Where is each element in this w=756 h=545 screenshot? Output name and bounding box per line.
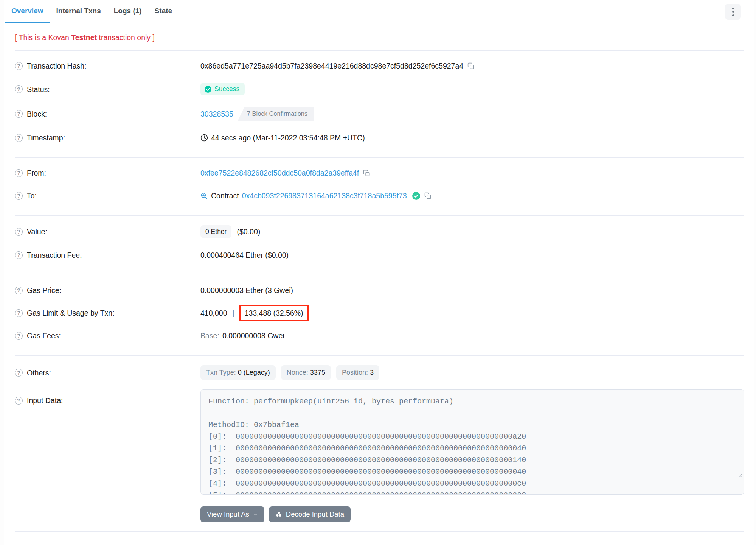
input-data-textarea[interactable]: Function: performUpkeep(uint256 id, byte… <box>200 389 744 495</box>
help-icon[interactable]: ? <box>15 110 23 118</box>
gas-usage-value: 133,488 (32.56%) <box>245 309 303 317</box>
usd-value: ($0.00) <box>237 226 260 237</box>
txn-type-badge: Txn Type: 0 (Legacy) <box>200 365 276 380</box>
verified-check-icon <box>412 192 420 200</box>
from-label: From: <box>27 167 46 179</box>
from-address-link[interactable]: 0xfee7522e8482682cf50ddc50a0f8da2a39effa… <box>200 167 359 179</box>
help-icon[interactable]: ? <box>15 309 23 317</box>
help-icon[interactable]: ? <box>15 192 23 200</box>
timestamp-label: Timestamp: <box>27 132 65 143</box>
transaction-hash-label: Transaction Hash: <box>27 60 87 72</box>
copy-icon[interactable] <box>467 62 475 70</box>
gas-price-value: 0.000000003 Ether (3 Gwei) <box>200 285 293 296</box>
input-data-actions: View Input As Decode Input Data <box>200 506 744 523</box>
row-timestamp: ? Timestamp: 44 secs ago (Mar-11-2022 03… <box>15 126 744 149</box>
status-badge: Success <box>200 83 245 95</box>
help-icon[interactable]: ? <box>15 251 23 259</box>
gas-fees-label: Gas Fees: <box>27 330 61 341</box>
to-contract-prefix: Contract <box>211 190 239 201</box>
position-badge: Position: 3 <box>336 365 379 380</box>
row-gas-fees: ? Gas Fees: Base: 0.000000008 Gwei <box>15 324 744 347</box>
row-block: ? Block: 30328535 7 Block Confirmations <box>15 101 744 126</box>
transaction-hash-value: 0x86ed5a771e725aa94d5b7fa2398e4419e216d8… <box>200 60 463 72</box>
row-gas-price: ? Gas Price: 0.000000003 Ether (3 Gwei) <box>15 279 744 302</box>
ether-value-badge: 0 Ether <box>200 225 231 238</box>
kebab-icon <box>732 8 734 9</box>
view-input-as-button[interactable]: View Input As <box>200 506 264 522</box>
check-circle-icon <box>205 86 211 93</box>
copy-icon[interactable] <box>424 192 432 199</box>
gas-divider: | <box>233 307 234 319</box>
transaction-fee-label: Transaction Fee: <box>27 249 82 261</box>
row-to: ? To: Contract 0x4cb093f226983713164a621… <box>15 184 744 207</box>
tab-internal-txns[interactable]: Internal Txns <box>50 0 107 23</box>
separator <box>15 215 744 216</box>
gas-limit-usage-label: Gas Limit & Usage by Txn: <box>27 307 115 319</box>
help-icon[interactable]: ? <box>15 287 23 294</box>
to-address-link[interactable]: 0x4cb093f226983713164a62138c3f718a5b595f… <box>242 190 407 201</box>
gas-price-label: Gas Price: <box>27 285 61 296</box>
separator <box>15 157 744 158</box>
help-icon[interactable]: ? <box>15 62 23 70</box>
decode-icon <box>275 511 282 518</box>
to-label: To: <box>27 190 37 201</box>
clock-icon <box>200 134 208 142</box>
others-label: Others: <box>27 367 51 378</box>
help-icon[interactable]: ? <box>15 397 23 405</box>
row-value: ? Value: 0 Ether ($0.00) <box>15 220 744 244</box>
gas-fees-base-key: Base: <box>200 330 219 341</box>
value-label: Value: <box>27 226 47 237</box>
more-options-button[interactable] <box>725 4 741 20</box>
row-gas-limit-usage: ? Gas Limit & Usage by Txn: 410,000 | 13… <box>15 302 744 324</box>
tab-overview[interactable]: Overview <box>5 0 50 23</box>
gas-fees-base-value: 0.000000008 Gwei <box>222 330 284 341</box>
overview-content: [ This is a Kovan Testnet transaction on… <box>4 33 754 545</box>
decode-input-data-button[interactable]: Decode Input Data <box>269 506 351 522</box>
row-from: ? From: 0xfee7522e8482682cf50ddc50a0f8da… <box>15 162 744 184</box>
copy-icon[interactable] <box>363 170 370 177</box>
separator <box>15 355 744 356</box>
separator <box>15 50 744 51</box>
status-label: Status: <box>27 84 50 95</box>
row-transaction-hash: ? Transaction Hash: 0x86ed5a771e725aa94d… <box>15 54 744 77</box>
annotation-highlight-box: 133,488 (32.56%) <box>239 305 309 321</box>
help-icon[interactable]: ? <box>15 332 23 340</box>
block-label: Block: <box>27 108 47 120</box>
gas-limit-value: 410,000 <box>200 307 227 319</box>
separator <box>15 275 744 275</box>
resize-handle-icon[interactable] <box>692 458 742 493</box>
transaction-fee-value: 0.000400464 Ether ($0.00) <box>200 249 289 261</box>
row-transaction-fee: ? Transaction Fee: 0.000400464 Ether ($0… <box>15 244 744 266</box>
separator <box>15 531 744 532</box>
row-others: ? Others: Txn Type: 0 (Legacy) Nonce: 33… <box>15 360 744 386</box>
testnet-notice: [ This is a Kovan Testnet transaction on… <box>15 33 744 42</box>
tab-bar: Overview Internal Txns Logs (1) State <box>4 0 754 23</box>
block-number-link[interactable]: 30328535 <box>200 108 233 120</box>
input-data-label: Input Data: <box>27 395 63 406</box>
tab-state[interactable]: State <box>148 0 179 23</box>
tab-logs[interactable]: Logs (1) <box>107 0 148 23</box>
help-icon[interactable]: ? <box>15 169 23 177</box>
help-icon[interactable]: ? <box>15 228 23 236</box>
help-icon[interactable]: ? <box>15 134 23 142</box>
chevron-down-icon <box>253 512 258 517</box>
magnifier-plus-icon[interactable] <box>200 192 208 199</box>
nonce-badge: Nonce: 3375 <box>281 365 331 380</box>
timestamp-value: 44 secs ago (Mar-11-2022 03:54:48 PM +UT… <box>211 132 365 143</box>
row-status: ? Status: Success <box>15 77 744 101</box>
row-input-data: ? Input Data: Function: performUpkeep(ui… <box>15 386 744 500</box>
help-icon[interactable]: ? <box>15 369 23 377</box>
block-confirmations-badge: 7 Block Confirmations <box>238 107 314 121</box>
transaction-overview-card: Overview Internal Txns Logs (1) State [ … <box>4 0 754 545</box>
help-icon[interactable]: ? <box>15 85 23 93</box>
